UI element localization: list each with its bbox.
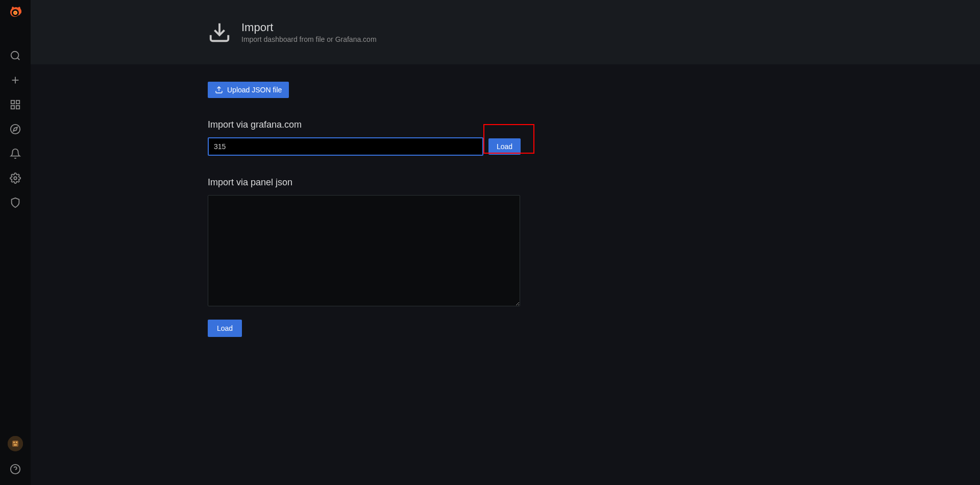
svg-rect-7 <box>16 106 19 109</box>
user-avatar[interactable] <box>8 436 23 451</box>
grafana-logo-icon[interactable] <box>7 5 23 21</box>
svg-rect-13 <box>12 441 18 447</box>
dashboards-icon[interactable] <box>10 99 21 110</box>
sidebar-bottom <box>8 436 23 475</box>
page-header: Import Import dashboard from file or Gra… <box>31 0 980 64</box>
header-text: Import Import dashboard from file or Gra… <box>241 21 377 43</box>
sidebar-nav <box>10 50 21 208</box>
load-json-button[interactable]: Load <box>208 320 242 337</box>
svg-marker-10 <box>13 127 17 131</box>
svg-rect-6 <box>16 101 19 104</box>
search-icon[interactable] <box>10 50 21 61</box>
svg-point-1 <box>11 52 19 59</box>
server-admin-icon[interactable] <box>10 197 21 208</box>
import-icon <box>208 20 231 44</box>
svg-rect-14 <box>13 442 15 443</box>
svg-rect-15 <box>16 442 17 443</box>
svg-point-11 <box>14 177 17 180</box>
json-textarea[interactable] <box>208 195 520 306</box>
page-title: Import <box>241 21 377 34</box>
upload-json-button[interactable]: Upload JSON file <box>208 82 289 98</box>
svg-rect-8 <box>11 106 14 109</box>
explore-icon[interactable] <box>10 124 21 135</box>
grafana-import-label: Import via grafana.com <box>208 119 980 130</box>
plus-icon[interactable] <box>10 75 21 86</box>
svg-line-2 <box>17 58 19 60</box>
page-subtitle: Import dashboard from file or Grafana.co… <box>241 35 377 43</box>
content-area: Upload JSON file Import via grafana.com … <box>31 64 980 337</box>
alerting-icon[interactable] <box>10 148 21 159</box>
configuration-icon[interactable] <box>10 173 21 184</box>
grafana-import-section: Import via grafana.com Load <box>208 119 980 156</box>
svg-rect-5 <box>11 101 14 104</box>
json-import-label: Import via panel json <box>208 177 980 188</box>
upload-icon <box>215 86 223 94</box>
load-grafana-button[interactable]: Load <box>488 138 521 155</box>
svg-point-9 <box>11 125 20 134</box>
json-import-section: Import via panel json Load <box>208 177 980 337</box>
svg-rect-16 <box>14 444 17 446</box>
grafana-url-input[interactable] <box>208 137 483 156</box>
sidebar <box>0 0 31 485</box>
help-icon[interactable] <box>10 464 21 475</box>
main-content: Import Import dashboard from file or Gra… <box>31 0 980 485</box>
upload-button-label: Upload JSON file <box>227 86 282 94</box>
